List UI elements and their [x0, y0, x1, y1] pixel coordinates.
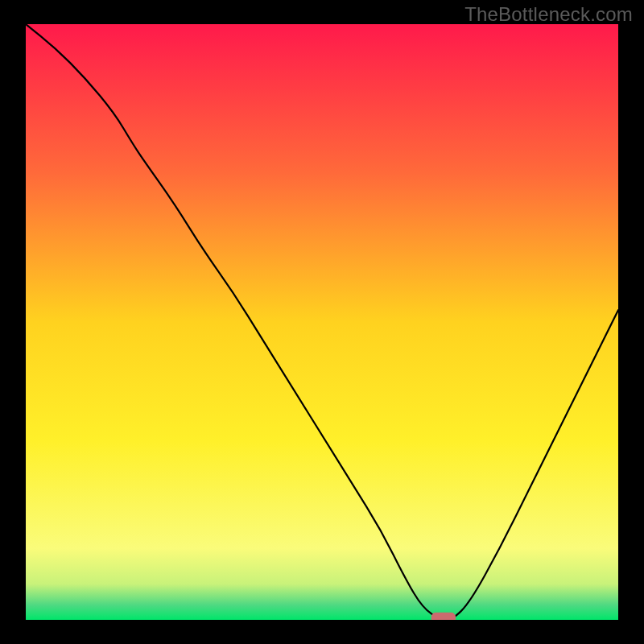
optimal-point-marker — [431, 613, 455, 620]
bottleneck-plot — [26, 24, 618, 620]
chart-frame: TheBottleneck.com — [0, 0, 644, 644]
watermark-text: TheBottleneck.com — [464, 3, 633, 26]
